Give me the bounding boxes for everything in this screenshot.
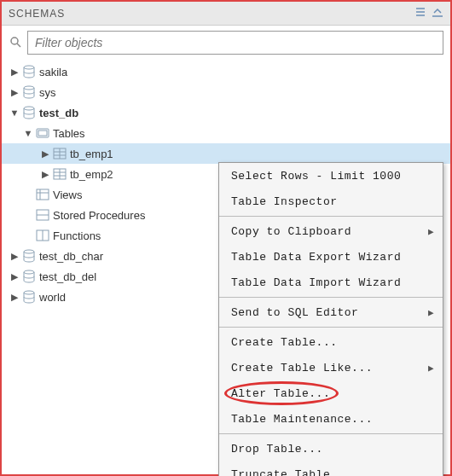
- database-icon: [20, 85, 38, 99]
- panel-collapse-icon[interactable]: [432, 6, 443, 20]
- table-label: tb_emp1: [68, 148, 113, 160]
- menu-separator: [219, 433, 443, 434]
- menu-send-sql[interactable]: Send to SQL Editor ▶: [219, 299, 443, 325]
- folder-label: Tables: [51, 127, 85, 140]
- search-icon: [9, 36, 22, 50]
- expand-arrow-icon[interactable]: ▶: [9, 251, 20, 262]
- svg-point-22: [24, 250, 34, 253]
- schemas-panel: SCHEMAS ▶ sakila ▶ sys ▼: [0, 0, 452, 476]
- schema-label: test_db: [38, 107, 78, 119]
- folder-icon: [34, 188, 51, 201]
- submenu-arrow-icon: ▶: [428, 363, 434, 374]
- menu-label: Table Data Export Wizard: [231, 251, 401, 264]
- table-icon: [51, 147, 68, 160]
- schema-label: sys: [38, 86, 56, 99]
- panel-options-icon[interactable]: [414, 6, 426, 20]
- filter-objects-input[interactable]: [27, 31, 443, 55]
- svg-point-0: [11, 38, 18, 44]
- database-icon: [20, 290, 38, 304]
- table-tb-emp1[interactable]: ▶ tb_emp1: [2, 143, 450, 164]
- menu-drop-table[interactable]: Drop Table...: [219, 436, 443, 461]
- menu-copy-clipboard[interactable]: Copy to Clipboard ▶: [219, 218, 443, 244]
- svg-line-1: [17, 44, 20, 47]
- folder-icon: [34, 229, 51, 242]
- folder-label: Views: [51, 189, 82, 201]
- schema-label: test_db_del: [38, 270, 96, 283]
- expand-arrow-icon[interactable]: ▶: [39, 169, 51, 180]
- menu-data-import[interactable]: Table Data Import Wizard: [219, 270, 443, 295]
- folder-icon: [34, 126, 51, 140]
- panel-header: SCHEMAS: [2, 2, 450, 26]
- menu-truncate-table[interactable]: Truncate Table...: [219, 461, 443, 476]
- svg-rect-6: [38, 131, 47, 136]
- expand-arrow-icon[interactable]: ▶: [9, 87, 20, 98]
- folder-icon: [34, 208, 51, 222]
- menu-label: Select Rows - Limit 1000: [231, 170, 401, 183]
- table-label: tb_emp2: [68, 168, 113, 181]
- menu-select-rows[interactable]: Select Rows - Limit 1000: [219, 163, 443, 189]
- expand-arrow-icon[interactable]: ▶: [9, 292, 20, 303]
- tables-folder[interactable]: ▼ Tables: [2, 123, 450, 143]
- schema-sakila[interactable]: ▶ sakila: [2, 61, 450, 82]
- menu-label: Create Table...: [231, 336, 338, 349]
- table-context-menu: Select Rows - Limit 1000 Table Inspector…: [218, 162, 443, 476]
- svg-rect-15: [37, 189, 49, 200]
- menu-label: Create Table Like...: [231, 362, 373, 374]
- svg-point-2: [24, 66, 34, 69]
- menu-label: Alter Table...: [231, 387, 330, 400]
- schema-label: sakila: [38, 66, 67, 78]
- submenu-arrow-icon: ▶: [428, 307, 434, 318]
- menu-label: Copy to Clipboard: [231, 225, 351, 238]
- svg-point-24: [24, 291, 34, 294]
- expand-arrow-icon[interactable]: ▶: [9, 271, 20, 282]
- menu-label: Drop Table...: [231, 443, 323, 456]
- database-icon: [20, 249, 38, 263]
- menu-create-table[interactable]: Create Table...: [219, 329, 443, 355]
- menu-alter-table[interactable]: Alter Table...: [219, 380, 443, 406]
- menu-table-inspector[interactable]: Table Inspector: [219, 189, 443, 214]
- folder-label: Stored Procedures: [51, 209, 145, 222]
- svg-point-23: [24, 270, 34, 274]
- search-row: [2, 26, 450, 60]
- database-icon: [20, 270, 38, 283]
- menu-data-export[interactable]: Table Data Export Wizard: [219, 244, 443, 270]
- menu-label: Send to SQL Editor: [231, 306, 358, 319]
- submenu-arrow-icon: ▶: [428, 226, 434, 237]
- expand-arrow-icon[interactable]: ▶: [9, 67, 20, 78]
- menu-label: Table Data Import Wizard: [231, 276, 401, 289]
- schema-label: test_db_char: [38, 250, 103, 263]
- panel-title: SCHEMAS: [9, 8, 414, 20]
- menu-table-maintenance[interactable]: Table Maintenance...: [219, 406, 443, 432]
- collapse-arrow-icon[interactable]: ▼: [22, 128, 34, 138]
- menu-create-table-like[interactable]: Create Table Like... ▶: [219, 355, 443, 380]
- collapse-arrow-icon[interactable]: ▼: [9, 107, 20, 118]
- menu-label: Table Inspector: [231, 195, 338, 208]
- menu-separator: [219, 216, 443, 217]
- menu-separator: [219, 297, 443, 298]
- database-icon: [20, 106, 38, 119]
- schema-sys[interactable]: ▶ sys: [2, 82, 450, 102]
- database-icon: [20, 65, 38, 78]
- svg-point-4: [24, 107, 34, 110]
- svg-point-3: [24, 86, 34, 90]
- schema-test-db[interactable]: ▼ test_db: [2, 102, 450, 123]
- table-icon: [51, 167, 68, 181]
- menu-label: Table Maintenance...: [231, 413, 373, 426]
- menu-label: Truncate Table...: [231, 468, 351, 477]
- menu-separator: [219, 327, 443, 328]
- folder-label: Functions: [51, 229, 101, 242]
- schema-label: world: [38, 291, 66, 304]
- expand-arrow-icon[interactable]: ▶: [39, 148, 51, 160]
- header-icons: [414, 6, 443, 20]
